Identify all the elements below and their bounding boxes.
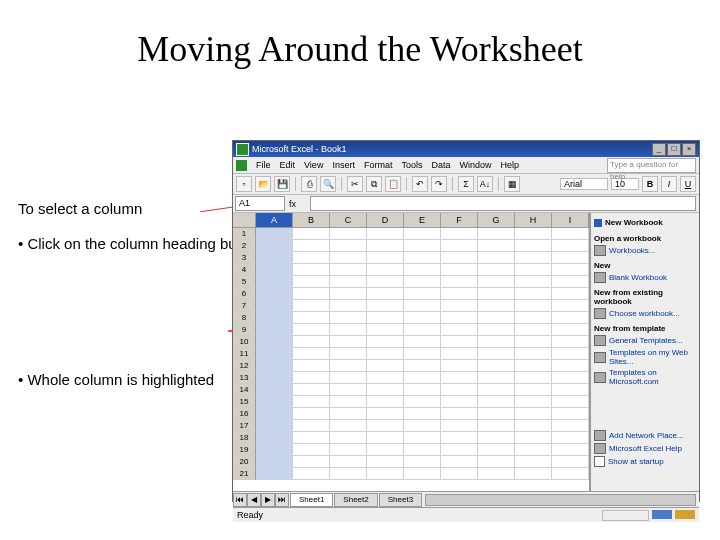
cell[interactable]: [330, 264, 367, 276]
cell[interactable]: [367, 300, 404, 312]
cell[interactable]: [367, 228, 404, 240]
cell[interactable]: [441, 384, 478, 396]
cell[interactable]: [515, 408, 552, 420]
cell[interactable]: [515, 312, 552, 324]
cell[interactable]: [515, 276, 552, 288]
cell[interactable]: [256, 408, 293, 420]
cell[interactable]: [404, 384, 441, 396]
cell[interactable]: [293, 240, 330, 252]
autosum-icon[interactable]: Σ: [458, 176, 474, 192]
preview-icon[interactable]: 🔍: [320, 176, 336, 192]
row-header[interactable]: 1: [233, 228, 256, 240]
cell[interactable]: [293, 300, 330, 312]
row-header[interactable]: 11: [233, 348, 256, 360]
cell[interactable]: [330, 276, 367, 288]
tp-open-workbooks[interactable]: Workbooks...: [594, 245, 696, 256]
cell[interactable]: [293, 432, 330, 444]
cell[interactable]: [293, 360, 330, 372]
cell[interactable]: [441, 456, 478, 468]
cell[interactable]: [256, 360, 293, 372]
copy-icon[interactable]: ⧉: [366, 176, 382, 192]
cell[interactable]: [515, 240, 552, 252]
cell[interactable]: [404, 396, 441, 408]
cell[interactable]: [404, 264, 441, 276]
cell[interactable]: [552, 240, 589, 252]
cell[interactable]: [478, 372, 515, 384]
open-icon[interactable]: 📂: [255, 176, 271, 192]
cell[interactable]: [552, 312, 589, 324]
cell[interactable]: [367, 468, 404, 480]
cell[interactable]: [478, 444, 515, 456]
row-header[interactable]: 13: [233, 372, 256, 384]
cell[interactable]: [256, 384, 293, 396]
cell[interactable]: [256, 312, 293, 324]
cell[interactable]: [330, 408, 367, 420]
cell[interactable]: [515, 420, 552, 432]
cell[interactable]: [256, 444, 293, 456]
cell[interactable]: [515, 336, 552, 348]
cell[interactable]: [552, 360, 589, 372]
cell[interactable]: [515, 384, 552, 396]
cell[interactable]: [478, 228, 515, 240]
cell[interactable]: [441, 300, 478, 312]
cell[interactable]: [552, 228, 589, 240]
save-icon[interactable]: 💾: [274, 176, 290, 192]
cell[interactable]: [515, 360, 552, 372]
cell[interactable]: [552, 432, 589, 444]
cell[interactable]: [404, 444, 441, 456]
cell[interactable]: [404, 276, 441, 288]
cell[interactable]: [441, 312, 478, 324]
cell[interactable]: [552, 420, 589, 432]
cell[interactable]: [256, 300, 293, 312]
cell[interactable]: [478, 240, 515, 252]
tp-templates-ms[interactable]: Templates on Microsoft.com: [594, 368, 696, 386]
name-box[interactable]: A1: [235, 196, 285, 211]
cell[interactable]: [256, 264, 293, 276]
row-header[interactable]: 9: [233, 324, 256, 336]
cell[interactable]: [367, 372, 404, 384]
cell[interactable]: [367, 360, 404, 372]
cell[interactable]: [367, 408, 404, 420]
cell[interactable]: [404, 336, 441, 348]
row-header[interactable]: 2: [233, 240, 256, 252]
tp-choose-workbook[interactable]: Choose workbook...: [594, 308, 696, 319]
cell[interactable]: [441, 276, 478, 288]
cell[interactable]: [478, 300, 515, 312]
cell[interactable]: [404, 324, 441, 336]
cell[interactable]: [367, 336, 404, 348]
font-name-box[interactable]: Arial: [560, 178, 608, 190]
cell[interactable]: [515, 432, 552, 444]
menu-view[interactable]: View: [304, 160, 323, 170]
row-header[interactable]: 14: [233, 384, 256, 396]
cell[interactable]: [293, 384, 330, 396]
cell[interactable]: [552, 396, 589, 408]
col-header-g[interactable]: G: [478, 213, 515, 227]
menu-edit[interactable]: Edit: [280, 160, 296, 170]
row-header[interactable]: 7: [233, 300, 256, 312]
tab-sheet3[interactable]: Sheet3: [379, 493, 422, 507]
close-button[interactable]: ×: [682, 143, 696, 156]
cell[interactable]: [330, 288, 367, 300]
row-header[interactable]: 19: [233, 444, 256, 456]
col-header-i[interactable]: I: [552, 213, 589, 227]
tp-add-network[interactable]: Add Network Place...: [594, 430, 696, 441]
cell[interactable]: [552, 408, 589, 420]
cell[interactable]: [293, 336, 330, 348]
cell[interactable]: [330, 360, 367, 372]
cell[interactable]: [330, 300, 367, 312]
new-icon[interactable]: ▫: [236, 176, 252, 192]
menu-data[interactable]: Data: [431, 160, 450, 170]
cell[interactable]: [293, 312, 330, 324]
cell[interactable]: [367, 312, 404, 324]
cell[interactable]: [330, 372, 367, 384]
cell[interactable]: [256, 228, 293, 240]
col-header-h[interactable]: H: [515, 213, 552, 227]
menu-format[interactable]: Format: [364, 160, 393, 170]
cell[interactable]: [293, 396, 330, 408]
cell[interactable]: [552, 276, 589, 288]
cell[interactable]: [367, 264, 404, 276]
cell[interactable]: [330, 240, 367, 252]
cell[interactable]: [552, 252, 589, 264]
cell[interactable]: [478, 456, 515, 468]
horizontal-scrollbar[interactable]: [425, 494, 696, 506]
